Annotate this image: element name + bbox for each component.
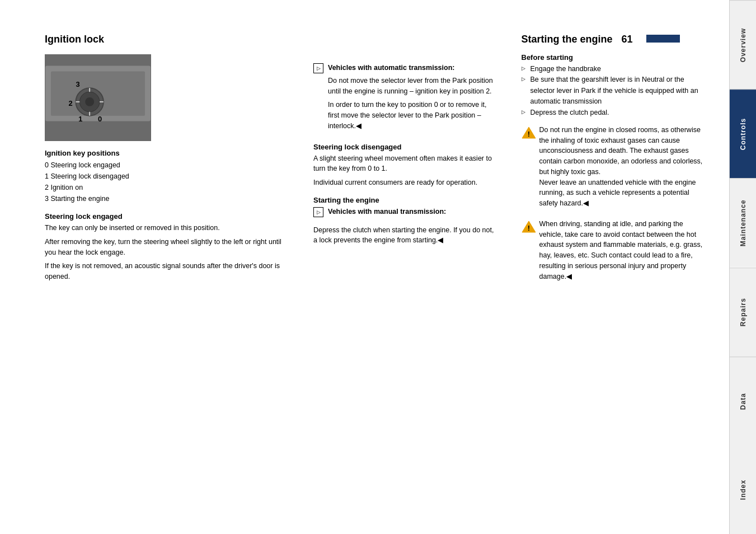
right-column: Starting the engine 61 Before starting E… [522,34,707,512]
svg-text:!: ! [527,224,529,232]
warning-icon-exhaust: ! [522,126,535,139]
sidebar-tab-maintenance[interactable]: Maintenance [730,178,756,267]
steering-lock-disengaged-title: Steering lock disengaged [313,143,499,151]
starting-engine-title-mid: Starting the engine [313,196,499,204]
middle-column: Vehicles with automatic transmission: Do… [313,34,499,512]
key-positions-title: Ignition key positions [45,149,291,157]
page-container: Ignition lock [0,0,756,534]
auto-transmission-text: Vehicles with automatic transmission: Do… [328,63,499,135]
manual-transmission-note: Vehicles with manual transmission: [313,207,499,221]
auto-transmission-note: Vehicles with automatic transmission: Do… [313,63,499,135]
list-item: 0 Steering lock engaged [45,160,291,171]
sidebar-tab-data[interactable]: Data [730,357,756,446]
manual-transmission-text: Vehicles with manual transmission: [328,207,446,221]
left-column: Ignition lock [45,34,291,512]
before-starting-list: Engage the handbrake Be sure that the ge… [522,64,707,118]
warning-exhaust-text: Do not run the engine in closed rooms, a… [539,125,707,209]
steering-lock-engaged-p1: The key can only be inserted or removed … [45,223,291,233]
steering-lock-engaged-title: Steering lock engaged [45,212,291,221]
right-section-header: Starting the engine 61 [522,34,707,45]
steering-lock-engaged-p3: If the key is not removed, an acoustic s… [45,261,291,282]
warning-exhaust-system: ! When driving, standing at idle, and pa… [522,219,707,285]
page-number-bar [646,35,680,43]
starting-engine-title: Starting the engine [522,34,613,45]
list-item: Engage the handbrake [522,64,707,74]
svg-text:2: 2 [69,99,73,107]
list-item: Be sure that the gearshift lever is in N… [522,74,707,107]
svg-text:1: 1 [78,115,82,123]
warning-icon-exhaust-system: ! [522,220,535,233]
warning-exhaust-system-text: When driving, standing at idle, and park… [539,219,707,282]
ignition-lock-title: Ignition lock [45,34,291,45]
ignition-image: 3 2 1 0 390Ge010 [45,54,151,141]
sidebar: Overview Controls Maintenance Repairs Da… [729,0,756,534]
list-item: 1 Steering lock disengaged [45,171,291,182]
ignition-diagram-svg: 3 2 1 0 390Ge010 [45,54,151,141]
sidebar-tab-index[interactable]: Index [730,446,756,534]
page-number: 61 [622,34,633,45]
warning-exhaust: ! Do not run the engine in closed rooms,… [522,125,707,212]
arrow-icon-manual [313,207,323,217]
steering-lock-disengaged-p2: Individual current consumers are ready f… [313,177,499,188]
svg-point-5 [85,97,94,106]
svg-text:3: 3 [76,80,79,88]
ignition-image-inner: 3 2 1 0 390Ge010 [45,55,151,140]
key-positions-list: 0 Steering lock engaged 1 Steering lock … [45,160,291,204]
svg-text:0: 0 [98,115,102,123]
arrow-icon-auto [313,63,323,73]
manual-transmission-body: Depress the clutch when starting the eng… [313,225,499,246]
before-starting-title: Before starting [522,53,707,62]
sidebar-tab-controls[interactable]: Controls [730,89,756,178]
steering-lock-disengaged-p1: A slight steering wheel movement often m… [313,153,499,175]
sidebar-tab-overview[interactable]: Overview [730,0,756,89]
main-content: Ignition lock [0,0,729,534]
list-item: 3 Starting the engine [45,193,291,204]
svg-text:!: ! [527,130,529,138]
list-item: Depress the clutch pedal. [522,107,707,118]
sidebar-tab-repairs[interactable]: Repairs [730,268,756,357]
list-item: 2 Ignition on [45,182,291,193]
steering-lock-engaged-p2: After removing the key, turn the steerin… [45,237,291,258]
